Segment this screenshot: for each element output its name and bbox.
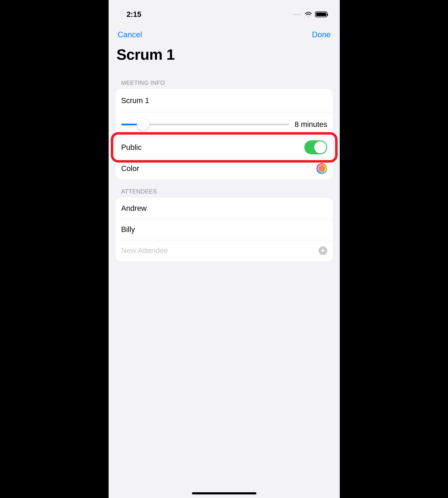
attendees-card: Andrew Billy New Attendee bbox=[116, 198, 333, 261]
color-picker-icon[interactable] bbox=[317, 163, 327, 174]
color-row[interactable]: Color bbox=[116, 158, 333, 179]
meeting-title-row bbox=[116, 89, 333, 112]
cancel-button[interactable]: Cancel bbox=[116, 29, 144, 40]
add-attendee-icon[interactable] bbox=[319, 246, 327, 255]
slider-thumb-icon[interactable] bbox=[137, 118, 149, 131]
attendee-name: Billy bbox=[121, 225, 135, 234]
section-header-attendees: ATTENDEES bbox=[109, 179, 340, 198]
meeting-title-input[interactable] bbox=[121, 90, 327, 111]
new-attendee-placeholder[interactable]: New Attendee bbox=[121, 246, 168, 255]
nav-bar: Cancel Done bbox=[109, 23, 340, 42]
public-toggle[interactable] bbox=[304, 140, 327, 154]
recording-dots-icon bbox=[293, 14, 301, 15]
battery-icon bbox=[315, 12, 327, 17]
new-attendee-row[interactable]: New Attendee bbox=[116, 240, 333, 261]
phone-frame: 2:15 Cancel Done Scrum 1 bbox=[109, 0, 340, 498]
wifi-icon bbox=[305, 12, 312, 17]
attendee-name: Andrew bbox=[121, 204, 147, 213]
home-indicator[interactable] bbox=[192, 492, 256, 494]
toggle-knob-icon bbox=[314, 141, 326, 153]
duration-row: 8 minutes bbox=[116, 112, 333, 137]
done-button[interactable]: Done bbox=[310, 29, 333, 40]
meeting-info-card: 8 minutes Public Color bbox=[116, 89, 333, 179]
duration-label: 8 minutes bbox=[295, 120, 327, 129]
attendee-row[interactable]: Andrew bbox=[116, 198, 333, 219]
public-label: Public bbox=[121, 143, 142, 152]
page-title: Scrum 1 bbox=[109, 42, 340, 70]
status-time: 2:15 bbox=[127, 10, 141, 19]
status-bar: 2:15 bbox=[109, 0, 340, 23]
status-indicators bbox=[293, 12, 327, 17]
public-row: Public bbox=[116, 137, 333, 158]
section-header-meeting-info: MEETING INFO bbox=[109, 70, 340, 89]
duration-slider[interactable] bbox=[121, 120, 289, 129]
color-label: Color bbox=[121, 164, 139, 173]
attendee-row[interactable]: Billy bbox=[116, 219, 333, 240]
